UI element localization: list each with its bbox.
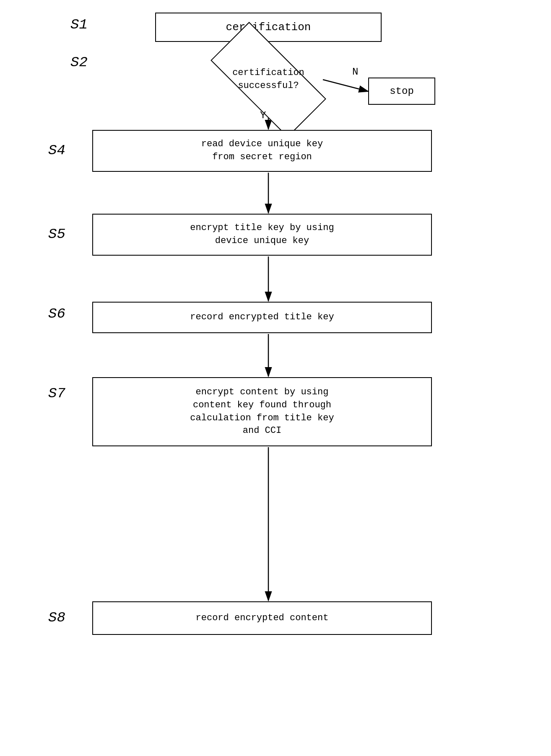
step-label-s1: S1: [70, 17, 88, 33]
record-encrypted-content-text: record encrypted content: [196, 612, 329, 625]
certification-box: certification: [155, 13, 382, 42]
encrypt-content-box: encrypt content by using content key fou…: [92, 377, 432, 446]
step-label-s7: S7: [48, 386, 65, 401]
y-label: Y: [260, 110, 266, 121]
step-label-s2: S2: [70, 54, 88, 70]
stop-text: stop: [390, 84, 414, 98]
encrypt-title-key-text: encrypt title key by using device unique…: [190, 222, 334, 248]
diamond-text: certificationsuccessful?: [232, 67, 304, 93]
step-label-s8: S8: [48, 610, 65, 626]
flowchart-diagram: S1 S2 S3 S4 S5 S6 S7 S8 certification ce…: [0, 0, 551, 756]
diamond-wrapper: certificationsuccessful?: [155, 47, 382, 112]
step-label-s4: S4: [48, 142, 65, 158]
record-encrypted-title-key-box: record encrypted title key: [92, 302, 432, 333]
read-device-key-text: read device unique key from secret regio…: [201, 138, 323, 164]
encrypt-title-key-box: encrypt title key by using device unique…: [92, 214, 432, 256]
n-label: N: [352, 66, 358, 78]
stop-box: stop: [368, 78, 435, 105]
step-label-s6: S6: [48, 306, 65, 322]
record-encrypted-title-key-text: record encrypted title key: [190, 311, 334, 324]
read-device-key-box: read device unique key from secret regio…: [92, 130, 432, 172]
record-encrypted-content-box: record encrypted content: [92, 601, 432, 635]
step-label-s5: S5: [48, 226, 65, 242]
encrypt-content-text: encrypt content by using content key fou…: [190, 386, 334, 438]
